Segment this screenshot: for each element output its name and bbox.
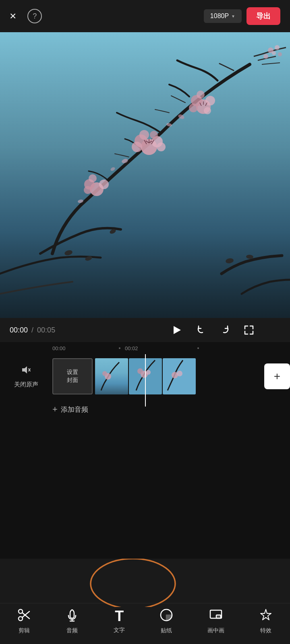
svg-point-57 <box>177 371 182 376</box>
annotation-wrapper <box>0 559 290 603</box>
undo-button[interactable] <box>195 324 207 336</box>
svg-point-6 <box>189 103 198 112</box>
pip-icon <box>209 608 223 624</box>
redo-button[interactable] <box>220 324 231 336</box>
svg-marker-68 <box>261 609 271 620</box>
video-thumb-1[interactable] <box>95 358 128 394</box>
add-icon: + <box>52 404 58 415</box>
text-icon: T <box>115 609 124 623</box>
add-audio-label: 添加音频 <box>61 405 88 414</box>
bottom-toolbar: 剪辑 音频 T 文字 <box>0 603 290 644</box>
spacer <box>0 455 290 543</box>
timeline-ruler: 00:00 00:02 <box>0 342 290 354</box>
svg-point-5 <box>197 91 205 99</box>
close-button[interactable]: × <box>10 10 16 22</box>
time-display: 00:00 / 00:05 <box>10 326 145 334</box>
timeline-section: 00:00 00:02 关闭原声 设置 封面 <box>0 342 290 455</box>
svg-marker-43 <box>174 326 181 334</box>
help-icon-label: ? <box>33 12 37 21</box>
svg-rect-67 <box>216 615 221 618</box>
svg-point-53 <box>137 368 143 374</box>
top-bar: × ? 1080P 导出 <box>0 0 290 32</box>
ruler-dot-2 <box>197 347 199 349</box>
svg-point-42 <box>272 51 276 55</box>
svg-point-26 <box>89 174 97 182</box>
tool-sticker[interactable]: 贴纸 <box>160 608 173 634</box>
svg-point-39 <box>275 45 280 50</box>
ruler-dot-1 <box>119 347 120 349</box>
tool-pip-label: 画中画 <box>207 627 224 634</box>
svg-point-25 <box>99 180 109 189</box>
svg-point-50 <box>102 371 107 376</box>
cut-icon <box>17 608 31 624</box>
svg-point-17 <box>157 142 166 151</box>
play-button[interactable] <box>171 324 182 336</box>
volume-icon <box>21 364 32 378</box>
total-time: 00:05 <box>37 326 55 334</box>
tool-audio[interactable]: 音频 <box>65 608 79 634</box>
svg-rect-1 <box>0 32 290 318</box>
tool-effects[interactable]: 特效 <box>259 608 273 634</box>
video-thumbnails <box>95 358 261 394</box>
fullscreen-button[interactable] <box>244 325 254 335</box>
top-bar-left: × ? <box>10 9 42 23</box>
video-thumb-3[interactable] <box>163 358 196 394</box>
effects-icon <box>259 608 273 624</box>
time-separator: / <box>31 326 33 334</box>
ruler-mark-2: 00:02 <box>125 345 138 351</box>
tool-pip[interactable]: 画中画 <box>207 608 224 634</box>
svg-line-62 <box>22 613 29 619</box>
svg-point-58 <box>91 559 175 607</box>
bottom-area: 剪辑 音频 T 文字 <box>0 559 290 644</box>
current-time: 00:00 <box>10 326 28 334</box>
audio-add-row: + 添加音频 <box>0 398 290 420</box>
add-clip-icon: + <box>274 370 280 383</box>
tool-effects-label: 特效 <box>260 627 271 634</box>
top-bar-right: 1080P 导出 <box>204 7 280 25</box>
tool-text-label: 文字 <box>114 627 125 634</box>
playback-controls <box>145 324 280 336</box>
tool-sticker-label: 贴纸 <box>161 627 172 634</box>
cover-label-1: 设置 <box>67 368 78 376</box>
timeline-tracks: 关闭原声 设置 封面 <box>0 354 290 398</box>
video-preview <box>0 32 290 318</box>
help-button[interactable]: ? <box>27 9 42 23</box>
tool-audio-label: 音频 <box>66 627 78 634</box>
svg-point-7 <box>204 107 211 114</box>
video-thumb-2[interactable] <box>129 358 162 394</box>
add-clip-button[interactable]: + <box>264 363 290 389</box>
tool-text[interactable]: T 文字 <box>114 609 125 634</box>
audio-icon <box>65 608 79 624</box>
tool-cut[interactable]: 剪辑 <box>17 608 31 634</box>
svg-line-61 <box>22 611 29 617</box>
svg-point-40 <box>263 54 268 59</box>
add-audio-button[interactable]: + 添加音频 <box>0 398 98 420</box>
sticker-icon <box>160 608 173 624</box>
svg-point-54 <box>146 370 151 375</box>
svg-point-41 <box>278 52 282 56</box>
svg-point-14 <box>139 130 149 140</box>
ruler-mark-0: 00:00 <box>52 345 66 351</box>
playback-bar: 00:00 / 00:05 <box>0 318 290 342</box>
cover-thumb[interactable]: 设置 封面 <box>52 358 93 394</box>
svg-marker-44 <box>22 366 27 374</box>
export-button[interactable]: 导出 <box>246 7 280 25</box>
video-track: 设置 封面 <box>52 358 290 394</box>
svg-point-15 <box>150 131 158 139</box>
resolution-button[interactable]: 1080P <box>204 9 242 23</box>
svg-point-16 <box>132 142 142 152</box>
annotation-circle <box>0 559 290 607</box>
track-label-text: 关闭原声 <box>14 381 38 388</box>
track-label: 关闭原声 <box>0 364 52 388</box>
tool-cut-label: 剪辑 <box>19 627 30 634</box>
cover-label-2: 封面 <box>67 376 78 384</box>
svg-point-4 <box>205 96 215 105</box>
svg-rect-48 <box>95 358 128 394</box>
svg-point-27 <box>84 186 92 194</box>
